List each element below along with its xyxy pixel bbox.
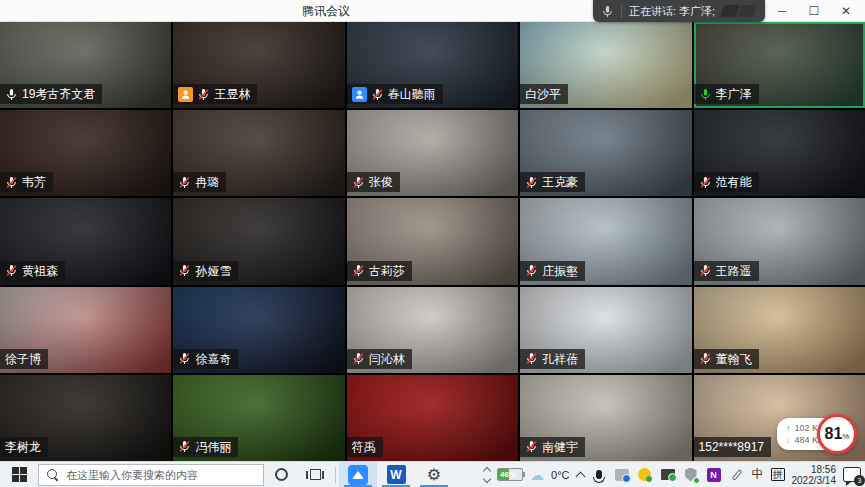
participant-name: 黄祖森 — [22, 262, 58, 280]
video-tile[interactable]: 王克豪 — [520, 110, 691, 196]
mic-muted-icon — [5, 264, 18, 277]
video-tile[interactable]: 孙娅雪 — [173, 198, 344, 284]
chevron-up-icon — [483, 466, 491, 474]
video-tile[interactable]: 徐子博 — [0, 287, 171, 373]
video-tile[interactable]: 范有能 — [694, 110, 865, 196]
close-button[interactable]: ✕ — [833, 0, 859, 22]
windows-logo-icon — [12, 467, 27, 482]
speaking-toast: 正在讲话: 李广泽; — [593, 0, 765, 22]
participant-label: 王路遥 — [694, 261, 759, 281]
participant-name: 李树龙 — [5, 438, 41, 456]
taskbar-app-settings[interactable]: ⚙ — [415, 462, 453, 487]
task-view-button[interactable] — [298, 462, 332, 487]
mic-muted-icon — [352, 352, 365, 365]
video-tile[interactable]: 王昱林 — [173, 22, 344, 108]
ime-pinyin-indicator[interactable]: 拼 — [771, 468, 785, 481]
video-tile[interactable]: 李树龙 — [0, 375, 171, 461]
video-tile[interactable]: 符禹 — [347, 375, 518, 461]
display-tray-icon[interactable] — [660, 467, 676, 483]
participant-role-icon — [178, 87, 193, 102]
chevron-down-icon — [483, 474, 491, 482]
toast-mic-icon — [601, 5, 614, 18]
video-tile[interactable]: 黄祖森 — [0, 198, 171, 284]
antivirus-ball-tray-icon[interactable] — [637, 467, 653, 483]
hidden-icons-chevron[interactable] — [575, 471, 585, 481]
taskbar-app-word[interactable]: W — [377, 462, 415, 487]
participant-role-icon — [352, 87, 367, 102]
microphone-tray-icon[interactable] — [591, 467, 607, 483]
participant-label: 徐嘉奇 — [173, 349, 238, 369]
video-tile[interactable]: 李广泽 — [694, 22, 865, 108]
cortana-button[interactable] — [264, 462, 298, 487]
participant-label: 南健宇 — [520, 437, 585, 457]
mic-muted-icon — [178, 264, 191, 277]
search-icon — [47, 469, 59, 481]
weather-temperature[interactable]: 0°C — [551, 469, 569, 481]
video-tile[interactable]: 张俊 — [347, 110, 518, 196]
clock-date: 2022/3/14 — [792, 475, 837, 486]
gear-icon: ⚙ — [427, 467, 441, 483]
weather-cloud-icon[interactable]: ☁ — [530, 468, 544, 482]
window-title: 腾讯会议 — [302, 0, 350, 22]
battery-indicator[interactable]: 46% — [497, 468, 523, 481]
participant-label: 冯伟丽 — [173, 437, 238, 457]
mic-muted-icon — [699, 264, 712, 277]
participant-name: 孔祥蓓 — [542, 350, 578, 368]
participant-label: 韦芳 — [0, 172, 53, 192]
mic-muted-icon — [178, 440, 191, 453]
video-tile[interactable]: 冯伟丽 — [173, 375, 344, 461]
participant-label: 符禹 — [347, 437, 383, 457]
participant-name: 王克豪 — [542, 173, 578, 191]
video-tile[interactable]: 孔祥蓓 — [520, 287, 691, 373]
mic-speaking-icon — [699, 88, 712, 101]
participant-label: 孔祥蓓 — [520, 349, 585, 369]
taskbar-search[interactable] — [38, 464, 264, 486]
participant-label: 王克豪 — [520, 172, 585, 192]
mic-muted-icon — [352, 264, 365, 277]
video-tile[interactable]: 董翰飞 — [694, 287, 865, 373]
video-tile[interactable]: 白沙平 — [520, 22, 691, 108]
video-tile[interactable]: 王路遥 — [694, 198, 865, 284]
participant-name: 春山聽雨 — [388, 85, 436, 103]
percent-ring: 81 % — [817, 414, 857, 454]
video-tile[interactable]: 春山聽雨 — [347, 22, 518, 108]
mic-muted-icon — [525, 352, 538, 365]
video-tile[interactable]: 南健宇 — [520, 375, 691, 461]
start-button[interactable] — [0, 462, 38, 487]
participant-name: 徐子博 — [5, 350, 41, 368]
video-tile[interactable]: 韦芳 — [0, 110, 171, 196]
participant-name: 董翰飞 — [716, 350, 752, 368]
video-tile[interactable]: 庄振壑 — [520, 198, 691, 284]
participant-name: 符禹 — [352, 438, 376, 456]
ime-language-indicator[interactable]: 中 — [752, 466, 764, 483]
participant-label: 152****8917 — [694, 437, 771, 457]
photos-tray-icon[interactable] — [614, 467, 630, 483]
mic-muted-icon — [178, 352, 191, 365]
paperclip-tray-icon[interactable] — [729, 467, 745, 483]
participant-name: 王昱林 — [214, 85, 250, 103]
participant-name: 张俊 — [369, 173, 393, 191]
notification-center-button[interactable]: 3 — [843, 467, 861, 482]
video-tile[interactable]: 闫沁林 — [347, 287, 518, 373]
mic-muted-icon — [699, 176, 712, 189]
video-tile[interactable]: 冉璐 — [173, 110, 344, 196]
floating-stats-badge[interactable]: ↑ 102 K/s ↓ 484 K/s 81 % — [777, 414, 857, 454]
maximize-button[interactable]: ☐ — [801, 0, 827, 22]
video-tile[interactable]: 古莉莎 — [347, 198, 518, 284]
participant-name: 南健宇 — [542, 438, 578, 456]
video-tile[interactable]: 徐嘉奇 — [173, 287, 344, 373]
participant-name: 王路遥 — [716, 262, 752, 280]
minimize-button[interactable]: ─ — [769, 0, 795, 22]
participant-label: 徐子博 — [0, 349, 48, 369]
taskbar-app-tencent-meeting[interactable] — [339, 462, 377, 487]
percent-sign: % — [842, 432, 849, 441]
onenote-tray-icon[interactable]: N — [706, 467, 722, 483]
mic-muted-icon — [525, 440, 538, 453]
video-tile[interactable]: 19考古齐文君 — [0, 22, 171, 108]
participant-label: 王昱林 — [173, 84, 257, 104]
participant-label: 春山聽雨 — [347, 84, 443, 104]
security-shield-icon[interactable] — [683, 467, 699, 483]
taskbar-scroll-chevrons[interactable] — [484, 468, 490, 482]
taskbar-clock[interactable]: 18:56 2022/3/14 — [792, 464, 837, 486]
search-input[interactable] — [66, 469, 255, 481]
